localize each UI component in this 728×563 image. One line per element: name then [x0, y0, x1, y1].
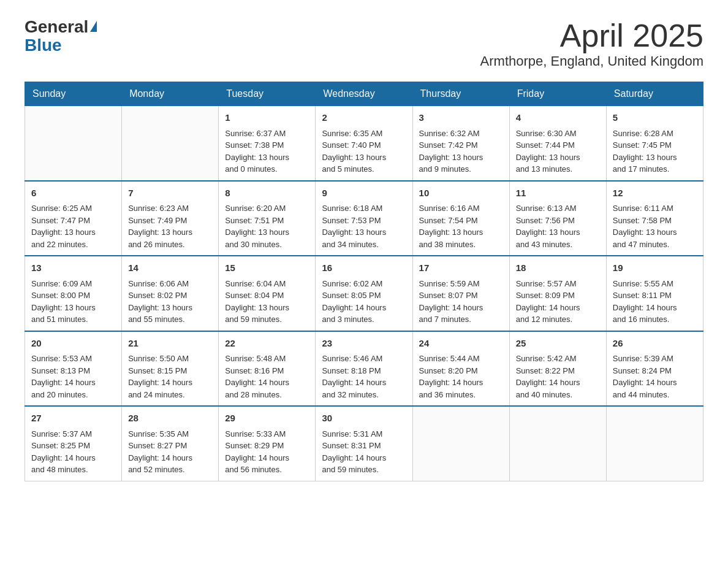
day-info: Sunrise: 5:57 AM Sunset: 8:09 PM Dayligh…	[516, 278, 600, 326]
day-info: Sunrise: 6:23 AM Sunset: 7:49 PM Dayligh…	[128, 202, 212, 250]
day-number: 24	[419, 337, 503, 351]
calendar-week-3: 13Sunrise: 6:09 AM Sunset: 8:00 PM Dayli…	[25, 256, 703, 331]
day-info: Sunrise: 6:37 AM Sunset: 7:38 PM Dayligh…	[225, 128, 309, 175]
day-number: 11	[516, 186, 600, 201]
day-info: Sunrise: 6:02 AM Sunset: 8:05 PM Dayligh…	[322, 278, 406, 326]
calendar-cell: 8Sunrise: 6:20 AM Sunset: 7:51 PM Daylig…	[219, 181, 316, 256]
calendar-cell: 26Sunrise: 5:39 AM Sunset: 8:24 PM Dayli…	[606, 331, 703, 407]
day-number: 14	[128, 261, 212, 275]
day-number: 20	[31, 337, 115, 351]
calendar-week-2: 6Sunrise: 6:25 AM Sunset: 7:47 PM Daylig…	[25, 181, 703, 256]
calendar-cell: 17Sunrise: 5:59 AM Sunset: 8:07 PM Dayli…	[412, 256, 509, 331]
logo-bottom: Blue	[25, 37, 97, 54]
calendar-cell: 10Sunrise: 6:16 AM Sunset: 7:54 PM Dayli…	[412, 181, 509, 256]
calendar-cell: 14Sunrise: 6:06 AM Sunset: 8:02 PM Dayli…	[122, 256, 219, 331]
day-info: Sunrise: 5:59 AM Sunset: 8:07 PM Dayligh…	[419, 278, 503, 326]
day-number: 18	[516, 261, 600, 275]
calendar-cell: 4Sunrise: 6:30 AM Sunset: 7:44 PM Daylig…	[509, 106, 606, 181]
day-info: Sunrise: 5:31 AM Sunset: 8:31 PM Dayligh…	[322, 428, 406, 476]
day-info: Sunrise: 5:42 AM Sunset: 8:22 PM Dayligh…	[516, 353, 600, 400]
calendar-cell: 19Sunrise: 5:55 AM Sunset: 8:11 PM Dayli…	[606, 256, 703, 331]
day-number: 7	[128, 186, 212, 201]
day-number: 9	[322, 186, 406, 201]
day-number: 21	[128, 337, 212, 351]
day-header-thursday: Thursday	[412, 82, 509, 106]
day-number: 27	[31, 412, 115, 426]
day-number: 26	[613, 337, 697, 351]
day-number: 29	[225, 412, 309, 426]
page-subtitle: Armthorpe, England, United Kingdom	[480, 53, 703, 69]
day-header-monday: Monday	[122, 82, 219, 106]
day-info: Sunrise: 6:06 AM Sunset: 8:02 PM Dayligh…	[128, 278, 212, 326]
calendar-cell: 12Sunrise: 6:11 AM Sunset: 7:58 PM Dayli…	[606, 181, 703, 256]
day-info: Sunrise: 6:25 AM Sunset: 7:47 PM Dayligh…	[31, 202, 115, 250]
day-number: 17	[419, 261, 503, 275]
day-number: 16	[322, 261, 406, 275]
day-header-tuesday: Tuesday	[219, 82, 316, 106]
logo-top: General	[25, 18, 97, 36]
day-info: Sunrise: 5:37 AM Sunset: 8:25 PM Dayligh…	[31, 428, 115, 476]
day-info: Sunrise: 5:46 AM Sunset: 8:18 PM Dayligh…	[322, 353, 406, 400]
day-number: 4	[516, 111, 600, 125]
day-number: 23	[322, 337, 406, 351]
calendar-week-4: 20Sunrise: 5:53 AM Sunset: 8:13 PM Dayli…	[25, 331, 703, 407]
day-number: 15	[225, 261, 309, 275]
day-number: 22	[225, 337, 309, 351]
day-info: Sunrise: 6:04 AM Sunset: 8:04 PM Dayligh…	[225, 278, 309, 326]
day-info: Sunrise: 6:09 AM Sunset: 8:00 PM Dayligh…	[31, 278, 115, 326]
day-header-wednesday: Wednesday	[316, 82, 412, 106]
calendar-cell: 2Sunrise: 6:35 AM Sunset: 7:40 PM Daylig…	[316, 106, 412, 181]
day-number: 25	[516, 337, 600, 351]
calendar-cell	[25, 106, 122, 181]
day-number: 1	[225, 111, 309, 125]
calendar-cell	[509, 406, 606, 481]
day-header-saturday: Saturday	[606, 82, 703, 106]
calendar-week-5: 27Sunrise: 5:37 AM Sunset: 8:25 PM Dayli…	[25, 406, 703, 481]
day-number: 19	[613, 261, 697, 275]
day-info: Sunrise: 6:13 AM Sunset: 7:56 PM Dayligh…	[516, 202, 600, 250]
day-info: Sunrise: 6:35 AM Sunset: 7:40 PM Dayligh…	[322, 128, 406, 175]
calendar-cell: 27Sunrise: 5:37 AM Sunset: 8:25 PM Dayli…	[25, 406, 122, 481]
day-number: 5	[613, 111, 697, 125]
page-title: April 2025	[480, 18, 703, 53]
day-info: Sunrise: 5:53 AM Sunset: 8:13 PM Dayligh…	[31, 353, 115, 400]
calendar-cell: 6Sunrise: 6:25 AM Sunset: 7:47 PM Daylig…	[25, 181, 122, 256]
day-number: 8	[225, 186, 309, 201]
day-info: Sunrise: 5:48 AM Sunset: 8:16 PM Dayligh…	[225, 353, 309, 400]
calendar-cell: 28Sunrise: 5:35 AM Sunset: 8:27 PM Dayli…	[122, 406, 219, 481]
calendar-cell: 5Sunrise: 6:28 AM Sunset: 7:45 PM Daylig…	[606, 106, 703, 181]
calendar-week-1: 1Sunrise: 6:37 AM Sunset: 7:38 PM Daylig…	[25, 106, 703, 181]
logo: General Blue	[25, 18, 97, 54]
calendar-table: SundayMondayTuesdayWednesdayThursdayFrid…	[25, 82, 703, 481]
day-info: Sunrise: 6:18 AM Sunset: 7:53 PM Dayligh…	[322, 202, 406, 250]
calendar-cell: 23Sunrise: 5:46 AM Sunset: 8:18 PM Dayli…	[316, 331, 412, 407]
day-info: Sunrise: 6:20 AM Sunset: 7:51 PM Dayligh…	[225, 202, 309, 250]
calendar-cell: 18Sunrise: 5:57 AM Sunset: 8:09 PM Dayli…	[509, 256, 606, 331]
calendar-cell	[606, 406, 703, 481]
day-header-friday: Friday	[509, 82, 606, 106]
day-number: 28	[128, 412, 212, 426]
calendar-header: SundayMondayTuesdayWednesdayThursdayFrid…	[25, 82, 703, 106]
day-info: Sunrise: 5:33 AM Sunset: 8:29 PM Dayligh…	[225, 428, 309, 476]
calendar-cell: 15Sunrise: 6:04 AM Sunset: 8:04 PM Dayli…	[219, 256, 316, 331]
calendar-cell: 20Sunrise: 5:53 AM Sunset: 8:13 PM Dayli…	[25, 331, 122, 407]
calendar-cell: 13Sunrise: 6:09 AM Sunset: 8:00 PM Dayli…	[25, 256, 122, 331]
calendar-cell	[122, 106, 219, 181]
calendar-cell: 21Sunrise: 5:50 AM Sunset: 8:15 PM Dayli…	[122, 331, 219, 407]
day-info: Sunrise: 5:35 AM Sunset: 8:27 PM Dayligh…	[128, 428, 212, 476]
calendar-cell: 11Sunrise: 6:13 AM Sunset: 7:56 PM Dayli…	[509, 181, 606, 256]
page-header: General Blue April 2025 Armthorpe, Engla…	[25, 18, 703, 69]
day-number: 2	[322, 111, 406, 125]
day-info: Sunrise: 6:32 AM Sunset: 7:42 PM Dayligh…	[419, 128, 503, 175]
title-block: April 2025 Armthorpe, England, United Ki…	[480, 18, 703, 69]
day-info: Sunrise: 5:44 AM Sunset: 8:20 PM Dayligh…	[419, 353, 503, 400]
day-info: Sunrise: 5:55 AM Sunset: 8:11 PM Dayligh…	[613, 278, 697, 326]
day-header-sunday: Sunday	[25, 82, 122, 106]
day-info: Sunrise: 5:39 AM Sunset: 8:24 PM Dayligh…	[613, 353, 697, 400]
day-info: Sunrise: 6:28 AM Sunset: 7:45 PM Dayligh…	[613, 128, 697, 175]
day-info: Sunrise: 6:30 AM Sunset: 7:44 PM Dayligh…	[516, 128, 600, 175]
day-number: 3	[419, 111, 503, 125]
day-info: Sunrise: 6:11 AM Sunset: 7:58 PM Dayligh…	[613, 202, 697, 250]
calendar-cell: 29Sunrise: 5:33 AM Sunset: 8:29 PM Dayli…	[219, 406, 316, 481]
calendar-cell: 3Sunrise: 6:32 AM Sunset: 7:42 PM Daylig…	[412, 106, 509, 181]
